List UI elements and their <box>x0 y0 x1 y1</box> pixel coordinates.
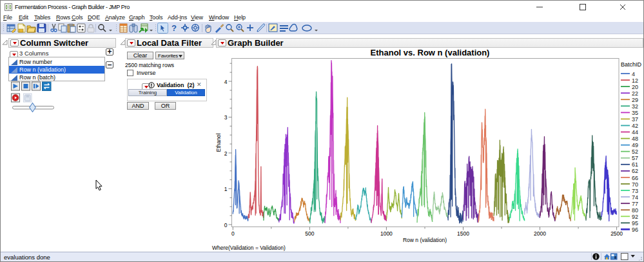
svg-text:37: 37 <box>632 116 638 123</box>
svg-text:44: 44 <box>632 129 638 136</box>
svg-text:0: 0 <box>231 230 235 237</box>
svg-text:61: 61 <box>632 161 638 168</box>
svg-text:3: 3 <box>224 114 228 121</box>
svg-text:48: 48 <box>632 136 638 142</box>
svg-text:0: 0 <box>224 222 228 228</box>
svg-text:49: 49 <box>632 142 638 148</box>
svg-text:500: 500 <box>305 230 314 237</box>
svg-text:4: 4 <box>224 79 228 85</box>
svg-text:52: 52 <box>632 148 638 155</box>
svg-text:35: 35 <box>632 110 638 116</box>
svg-text:12: 12 <box>632 77 638 84</box>
svg-text:95: 95 <box>632 220 638 227</box>
svg-text:1500: 1500 <box>457 230 469 237</box>
svg-text:42: 42 <box>632 123 638 129</box>
svg-text:2500: 2500 <box>610 230 623 237</box>
svg-text:Row n (validation): Row n (validation) <box>403 237 447 243</box>
svg-text:80: 80 <box>632 207 638 214</box>
svg-text:96: 96 <box>632 227 638 233</box>
svg-text:73: 73 <box>632 188 638 194</box>
svg-text:BatchID: BatchID <box>621 61 642 68</box>
svg-text:1000: 1000 <box>380 230 393 237</box>
svg-text:62: 62 <box>632 168 638 174</box>
svg-text:Ethanol: Ethanol <box>215 133 222 152</box>
svg-text:1: 1 <box>224 186 228 192</box>
svg-text:32: 32 <box>632 103 638 110</box>
svg-text:22: 22 <box>632 90 638 97</box>
svg-text:77: 77 <box>632 201 638 207</box>
svg-text:4: 4 <box>632 71 635 77</box>
svg-text:29: 29 <box>632 97 638 103</box>
svg-text:66: 66 <box>632 175 638 181</box>
svg-text:57: 57 <box>632 155 638 161</box>
svg-text:74: 74 <box>632 194 638 201</box>
svg-text:92: 92 <box>632 214 638 220</box>
svg-text:2: 2 <box>224 150 228 157</box>
svg-text:70: 70 <box>632 181 638 188</box>
svg-text:2000: 2000 <box>534 230 546 237</box>
svg-text:20: 20 <box>632 84 638 90</box>
